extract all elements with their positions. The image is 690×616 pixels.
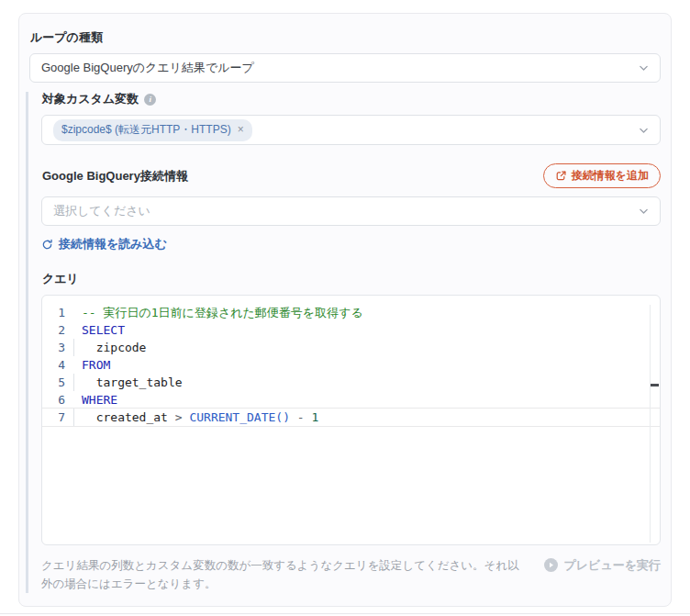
code-line: 4FROM [42,356,660,374]
code-line-content: WHERE [73,391,660,409]
add-connection-button-label: 接続情報を追加 [572,169,649,183]
query-help-text: クエリ結果の列数とカスタム変数の数が一致するようなクエリを設定してください。それ… [41,556,528,593]
run-preview-button-label: プレビューを実行 [563,557,661,574]
reload-connection-link-label: 接続情報を読み込む [59,236,167,252]
custom-variable-tag: $zipcode$ (転送元HTTP・HTTPS) × [53,119,252,141]
editor-scrollbar-track [650,305,660,543]
code-line-content: target_table [73,374,660,391]
line-number: 1 [42,304,73,321]
code-line: 2SELECT [42,321,660,339]
reload-connection-link[interactable]: 接続情報を読み込む [41,236,167,252]
code-lines: 1-- 実行日の1日前に登録された郵便番号を取得する2SELECT3 zipco… [42,304,660,426]
line-number: 7 [42,409,73,426]
code-line: 7 created_at > CURRENT_DATE() - 1 [42,409,660,426]
external-link-icon [555,170,567,182]
line-number: 6 [42,391,73,409]
code-line: 5 target_table [42,374,660,391]
connection-label-text: Google BigQuery接続情報 [42,169,188,184]
play-icon [544,558,558,572]
query-code-editor[interactable]: 1-- 実行日の1日前に登録された郵便番号を取得する2SELECT3 zipco… [41,295,661,545]
code-line-content: zipcode [73,339,660,356]
custom-variable-select[interactable]: $zipcode$ (転送元HTTP・HTTPS) × [41,115,661,145]
connection-select-placeholder: 選択してください [53,203,150,219]
bigquery-loop-subsection: 対象カスタム変数 i $zipcode$ (転送元HTTP・HTTPS) × G… [26,92,661,593]
line-number: 2 [42,321,73,339]
code-line-content: SELECT [73,321,660,339]
run-preview-button[interactable]: プレビューを実行 [544,557,661,574]
loop-type-label-text: ループの種類 [30,30,103,45]
refresh-icon [41,239,53,251]
chevron-down-icon [638,62,650,74]
code-line-content: -- 実行日の1日前に登録された郵便番号を取得する [73,304,660,321]
code-line: 6WHERE [42,391,660,409]
custom-variable-label-text: 対象カスタム変数 [42,92,139,106]
code-line: 3 zipcode [42,339,660,356]
tag-remove-icon[interactable]: × [238,124,244,135]
line-number: 4 [42,356,73,374]
code-line-content: FROM [73,356,660,374]
bottom-divider [0,613,690,614]
loop-type-select[interactable]: Google BigQueryのクエリ結果でループ [29,53,661,83]
loop-type-selected-value: Google BigQueryのクエリ結果でループ [41,60,254,76]
code-line: 1-- 実行日の1日前に登録された郵便番号を取得する [42,304,660,321]
editor-scrollbar-thumb[interactable] [651,384,659,386]
chevron-down-icon [638,206,650,218]
loop-type-label: ループの種類 [30,30,661,45]
query-label-text: クエリ [42,272,79,286]
query-footer-row: クエリ結果の列数とカスタム変数の数が一致するようなクエリを設定してください。それ… [41,556,661,593]
custom-variable-label: 対象カスタム変数 i [42,92,661,106]
info-icon[interactable]: i [144,94,156,106]
custom-variable-tag-label: $zipcode$ (転送元HTTP・HTTPS) [61,122,231,138]
line-number: 5 [42,374,73,391]
line-number: 3 [42,339,73,356]
connection-select[interactable]: 選択してください [41,196,661,226]
connection-label: Google BigQuery接続情報 [42,169,188,184]
query-label: クエリ [42,272,661,286]
loop-settings-card: ループの種類 Google BigQueryのクエリ結果でループ 対象カスタム変… [18,13,672,607]
add-connection-button[interactable]: 接続情報を追加 [543,163,661,188]
code-line-content: created_at > CURRENT_DATE() - 1 [73,409,660,426]
connection-header-row: Google BigQuery接続情報 接続情報を追加 [41,163,661,188]
chevron-down-icon [638,124,650,136]
